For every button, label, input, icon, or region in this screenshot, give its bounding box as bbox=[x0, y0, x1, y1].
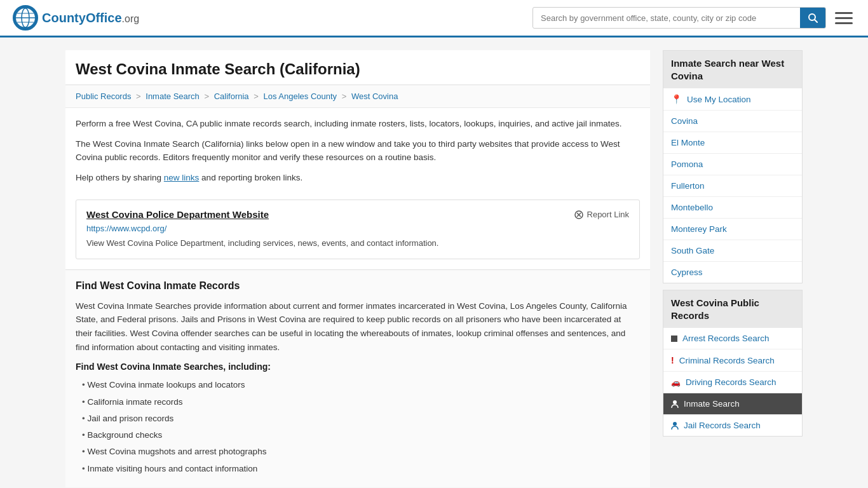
breadcrumb: Public Records > Inmate Search > Califor… bbox=[65, 85, 650, 108]
sidebar-public-records-heading: West Covina Public Records bbox=[663, 290, 802, 328]
list-item: Inmate visiting hours and contact inform… bbox=[82, 461, 640, 477]
sidebar-nearby-heading: Inmate Search near West Covina bbox=[663, 51, 802, 88]
find-section-body: West Covina Inmate Searches provide info… bbox=[76, 299, 640, 354]
sidebar-link-criminal-records[interactable]: Criminal Records Search bbox=[679, 356, 775, 365]
logo-text: CountyOffice.org bbox=[42, 11, 139, 25]
list-item: West Covina mugshots and arrest photogra… bbox=[82, 444, 640, 460]
sidebar-item-jail-records[interactable]: Jail Records Search bbox=[663, 415, 802, 436]
svg-point-12 bbox=[673, 400, 677, 404]
sidebar-item-monterey-park[interactable]: Monterey Park bbox=[663, 219, 802, 240]
link-card-header: West Covina Police Department Website Re… bbox=[86, 209, 629, 220]
sidebar-nearby-section: Inmate Search near West Covina 📍 Use My … bbox=[663, 50, 803, 283]
breadcrumb-sep-1: > bbox=[136, 92, 141, 101]
list-item: Background checks bbox=[82, 427, 640, 444]
description-p1: Perform a free West Covina, CA public in… bbox=[76, 117, 640, 131]
sidebar-link-el-monte[interactable]: El Monte bbox=[671, 138, 705, 147]
breadcrumb-la-county[interactable]: Los Angeles County bbox=[263, 92, 337, 101]
menu-line-1 bbox=[835, 12, 853, 14]
sidebar-item-covina[interactable]: Covina bbox=[663, 111, 802, 132]
logo-area: CountyOffice.org bbox=[13, 5, 139, 30]
location-pin-icon: 📍 bbox=[671, 94, 682, 104]
sidebar-link-covina[interactable]: Covina bbox=[671, 116, 698, 126]
sidebar-item-driving-records[interactable]: 🚗 Driving Records Search bbox=[663, 372, 802, 393]
search-input[interactable] bbox=[533, 9, 800, 27]
sidebar-item-el-monte[interactable]: El Monte bbox=[663, 132, 802, 154]
sidebar-link-cypress[interactable]: Cypress bbox=[671, 268, 703, 277]
report-link[interactable]: Report Link bbox=[574, 210, 629, 220]
svg-line-8 bbox=[815, 20, 817, 22]
page-title: West Covina Inmate Search (California) bbox=[65, 50, 650, 85]
breadcrumb-inmate-search[interactable]: Inmate Search bbox=[146, 92, 200, 101]
breadcrumb-sep-4: > bbox=[342, 92, 347, 101]
description-p3-text-b: and reporting broken links. bbox=[199, 173, 302, 182]
person-icon bbox=[671, 400, 679, 409]
sidebar-item-use-my-location[interactable]: 📍 Use My Location bbox=[663, 88, 802, 111]
sidebar-link-monterey-park[interactable]: Monterey Park bbox=[671, 224, 727, 234]
sidebar-link-jail-records[interactable]: Jail Records Search bbox=[684, 421, 761, 430]
sidebar-link-inmate-search[interactable]: Inmate Search bbox=[684, 399, 740, 409]
sidebar-item-fullerton[interactable]: Fullerton bbox=[663, 175, 802, 197]
sidebar-link-arrest-records[interactable]: Arrest Records Search bbox=[682, 334, 770, 343]
new-links-link[interactable]: new links bbox=[164, 173, 200, 182]
breadcrumb-public-records[interactable]: Public Records bbox=[76, 92, 131, 101]
breadcrumb-sep-3: > bbox=[254, 92, 259, 101]
header: CountyOffice.org bbox=[0, 0, 868, 37]
sidebar-link-montebello[interactable]: Montebello bbox=[671, 203, 713, 212]
sidebar-link-south-gate[interactable]: South Gate bbox=[671, 246, 714, 255]
sidebar-link-driving-records[interactable]: Driving Records Search bbox=[686, 377, 776, 387]
breadcrumb-west-covina[interactable]: West Covina bbox=[351, 92, 398, 101]
menu-line-3 bbox=[835, 22, 853, 24]
sidebar-item-inmate-search[interactable]: Inmate Search bbox=[663, 393, 802, 415]
find-section-subheading: Find West Covina Inmate Searches, includ… bbox=[76, 362, 640, 372]
square-icon bbox=[671, 336, 677, 342]
link-card: West Covina Police Department Website Re… bbox=[76, 200, 640, 259]
description: Perform a free West Covina, CA public in… bbox=[65, 108, 650, 200]
person2-icon bbox=[671, 421, 679, 430]
exclamation-icon: ! bbox=[671, 355, 674, 365]
breadcrumb-sep-2: > bbox=[204, 92, 209, 101]
sidebar-item-south-gate[interactable]: South Gate bbox=[663, 240, 802, 262]
list-item: California inmate records bbox=[82, 394, 640, 410]
sidebar-public-records-section: West Covina Public Records Arrest Record… bbox=[663, 290, 803, 437]
content-area: West Covina Inmate Search (California) P… bbox=[65, 50, 650, 487]
list-item: Jail and prison records bbox=[82, 410, 640, 427]
report-label: Report Link bbox=[587, 210, 629, 219]
description-p3-text: Help others by sharing bbox=[76, 173, 164, 182]
report-icon bbox=[574, 210, 584, 220]
sidebar-item-arrest-records[interactable]: Arrest Records Search bbox=[663, 328, 802, 349]
svg-point-13 bbox=[673, 422, 677, 426]
sidebar-link-pomona[interactable]: Pomona bbox=[671, 159, 703, 169]
search-icon bbox=[808, 13, 818, 23]
sidebar: Inmate Search near West Covina 📍 Use My … bbox=[663, 50, 803, 487]
main-container: West Covina Inmate Search (California) P… bbox=[53, 37, 815, 488]
breadcrumb-california[interactable]: California bbox=[214, 92, 249, 101]
sidebar-item-pomona[interactable]: Pomona bbox=[663, 154, 802, 175]
link-card-desc: View West Covina Police Department, incl… bbox=[86, 237, 629, 250]
find-section-list: West Covina inmate lookups and locators … bbox=[76, 377, 640, 477]
logo-icon bbox=[13, 5, 38, 30]
sidebar-link-fullerton[interactable]: Fullerton bbox=[671, 181, 705, 191]
link-card-url: https://www.wcpd.org/ bbox=[86, 224, 629, 233]
find-section: Find West Covina Inmate Records West Cov… bbox=[65, 269, 650, 487]
header-right bbox=[532, 7, 855, 29]
description-p2: The West Covina Inmate Search (Californi… bbox=[76, 137, 640, 165]
search-button[interactable] bbox=[800, 8, 825, 28]
link-card-title[interactable]: West Covina Police Department Website bbox=[86, 209, 269, 220]
list-item: West Covina inmate lookups and locators bbox=[82, 377, 640, 393]
search-bar bbox=[532, 7, 826, 29]
sidebar-link-use-my-location[interactable]: Use My Location bbox=[687, 95, 751, 104]
menu-button[interactable] bbox=[832, 10, 855, 27]
car-icon: 🚗 bbox=[671, 378, 681, 387]
find-section-heading: Find West Covina Inmate Records bbox=[76, 280, 640, 292]
sidebar-item-criminal-records[interactable]: ! Criminal Records Search bbox=[663, 349, 802, 372]
description-p3: Help others by sharing new links and rep… bbox=[76, 171, 640, 185]
sidebar-item-montebello[interactable]: Montebello bbox=[663, 197, 802, 219]
sidebar-item-cypress[interactable]: Cypress bbox=[663, 262, 802, 283]
menu-line-2 bbox=[835, 17, 853, 19]
